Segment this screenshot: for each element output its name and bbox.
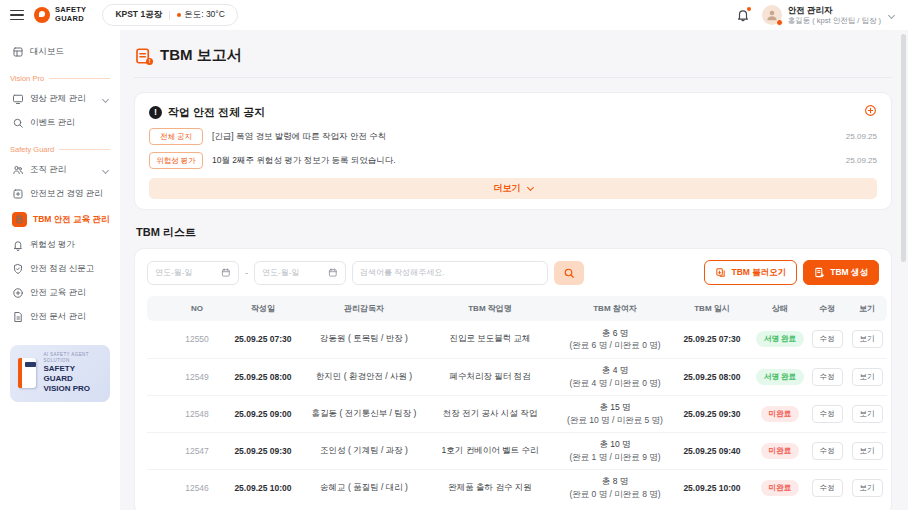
view-button[interactable]: 보기 [852,405,883,423]
col-datetime: TBM 일시 [671,296,753,321]
date-from-input[interactable] [155,268,221,277]
vision-pro-banner[interactable]: AI SAFETY AGENT SOLUTION SAFETY GUARD VI… [10,345,110,402]
sidebar-item-safety-management[interactable]: 안전보건 경영 관리 [10,182,110,206]
cell-supervisor: 송혜교 ( 품질팀 / 대리 ) [307,469,421,506]
cell-created: 25.09.25 09:30 [219,432,307,469]
cell-task: 1호기 컨베이어 벨트 수리 [421,432,559,469]
badge-icon: ! [146,58,153,65]
import-icon [715,267,726,278]
cell-task: 폐수처리장 필터 점검 [421,358,559,395]
view-button[interactable]: 보기 [852,330,883,348]
col-participants: TBM 참여자 [559,296,671,321]
avatar-badge [776,19,783,26]
status-badge: 서명 완료 [756,369,804,385]
page-title-bar: ! TBM 보고서 [134,40,892,78]
file-icon [12,311,24,323]
logo-text: SAFETY GUARD [55,6,86,23]
cell-supervisor: 강동원 ( 토목팀 / 반장 ) [307,321,421,358]
sidebar-item-event[interactable]: 이벤트 관리 [10,111,110,135]
edit-button[interactable]: 수정 [812,330,843,348]
topbar-right: 안전 관리자 홍길동 ( kpst 안전팀 / 팀장 ) [736,5,894,25]
edit-button[interactable]: 수정 [812,405,843,423]
factory-name: KPST 1공장 [115,9,162,21]
edit-button[interactable]: 수정 [812,479,843,497]
cell-participants: 총 4 명(완료 4 명 / 미완료 0 명) [559,358,671,395]
cell-participants: 총 10 명(완료 1 명 / 미완료 9 명) [559,432,671,469]
search-event-icon [12,117,24,129]
cell-supervisor: 조인성 ( 기계팀 / 과장 ) [307,432,421,469]
date-range-separator: - [245,268,248,278]
cell-no: 12546 [175,469,219,506]
search-icon [563,267,575,279]
page-title: TBM 보고서 [160,46,242,65]
edit-button[interactable]: 수정 [812,442,843,460]
search-field[interactable] [352,261,548,285]
vertical-scrollbar[interactable] [901,34,906,262]
filter-bar: - TBM 불러오기 [147,260,879,285]
sidebar-item-video-control[interactable]: 영상 관제 관리 [10,87,110,111]
dashboard-icon [12,46,24,58]
date-to-field[interactable] [254,261,346,285]
view-button[interactable]: 보기 [852,442,883,460]
cell-no: 12549 [175,358,219,395]
more-button[interactable]: 더보기 [149,178,877,199]
monitor-icon [12,93,24,105]
notice-card: ! 작업 안전 전체 공지 전체 공지 [긴급] 폭염 경보 발령에 따른 작업… [134,92,892,210]
exclamation-icon: ! [149,106,162,119]
col-created: 작성일 [219,296,307,321]
notice-item[interactable]: 위험성 평가 10월 2째주 위험성 평가 정보가 등록 되었습니다. 25.0… [149,152,877,169]
date-to-input[interactable] [262,268,328,277]
divider [169,11,170,20]
user-menu[interactable]: 안전 관리자 홍길동 ( kpst 안전팀 / 팀장 ) [762,5,894,25]
main-content: ! TBM 보고서 ! 작업 안전 전체 공지 전체 공지 [긴급] 폭염 경보… [120,30,908,510]
sidebar-item-safety-education[interactable]: 안전 교육 관리 [10,281,110,305]
col-supervisor: 관리감독자 [307,296,421,321]
cell-datetime: 25.09.25 07:30 [671,321,753,358]
status-badge: 미완료 [761,443,800,459]
status-badge: 서명 완료 [756,331,804,347]
tbm-document-icon [12,212,27,227]
notification-bell-icon[interactable] [736,8,750,22]
app-logo: SAFETY GUARD [34,6,86,23]
notice-badge: 위험성 평가 [149,152,203,169]
tbm-load-button[interactable]: TBM 불러오기 [704,260,797,285]
user-meta: 안전 관리자 홍길동 ( kpst 안전팀 / 팀장 ) [788,5,881,25]
chevron-down-icon [102,95,109,102]
sidebar-item-inspection-report[interactable]: 안전 점검 신문고 [10,257,110,281]
cell-datetime: 25.09.25 08:00 [671,358,753,395]
cell-task: 진입로 보도블럭 교체 [421,321,559,358]
plus-box-icon [12,188,24,200]
search-button[interactable] [554,261,584,285]
view-button[interactable]: 보기 [852,368,883,386]
add-notice-icon[interactable] [864,103,877,121]
sidebar-item-safety-documents[interactable]: 안전 문서 관리 [10,305,110,329]
cell-created: 25.09.25 10:00 [219,469,307,506]
chevron-down-icon [526,184,533,191]
sidebar-item-risk-assessment[interactable]: 위험성 평가 [10,233,110,257]
logo-icon [34,7,50,23]
date-from-field[interactable] [147,261,239,285]
shield-check-icon [12,263,24,275]
tbm-create-button[interactable]: TBM 생성 [803,260,879,285]
sidebar-item-tbm-education[interactable]: TBM 안전 교육 관리 [10,206,110,233]
tbm-list-card: - TBM 불러오기 [134,248,892,510]
alarm-icon [12,239,24,251]
sidebar-item-organization[interactable]: 조직 관리 [10,158,110,182]
cell-datetime: 25.09.25 09:40 [671,432,753,469]
sidebar-item-dashboard[interactable]: 대시보드 [10,40,110,64]
view-button[interactable]: 보기 [852,479,883,497]
temperature-label: 온도: 30°C [177,9,225,21]
notice-title: 작업 안전 전체 공지 [168,105,265,120]
calendar-icon [221,267,231,278]
cell-no: 12548 [175,395,219,432]
hamburger-menu-icon[interactable] [10,10,24,21]
edit-button[interactable]: 수정 [812,368,843,386]
cell-supervisor: 홍길동 ( 전기통신부 / 팀장 ) [307,395,421,432]
col-view: 보기 [847,296,887,321]
col-status: 상태 [753,296,807,321]
notice-item[interactable]: 전체 공지 [긴급] 폭염 경보 발령에 따른 작업자 안전 수칙 25.09.… [149,128,877,145]
search-input[interactable] [360,268,540,277]
avatar [762,5,782,25]
cell-no: 12550 [175,321,219,358]
notice-badge: 전체 공지 [149,128,203,145]
